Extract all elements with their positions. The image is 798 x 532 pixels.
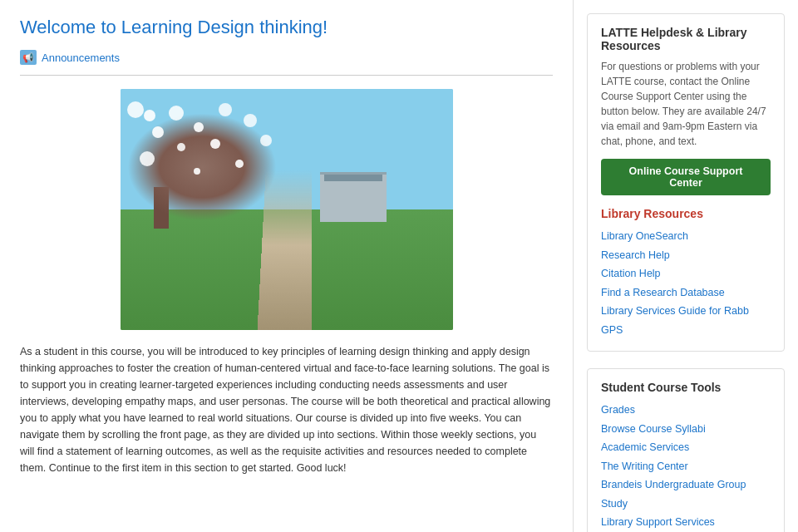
main-content: Welcome to Learning Design thinking! Ann… [0, 0, 574, 532]
page-layout: Welcome to Learning Design thinking! Ann… [0, 0, 798, 532]
find-research-database-link[interactable]: Find a Research Database [601, 283, 771, 303]
building-element [320, 172, 387, 222]
brandeis-group-study-link[interactable]: Brandeis Undergraduate Group Study [601, 475, 771, 513]
library-support-services-link[interactable]: Library Support Services [601, 513, 771, 532]
latte-helpdesk-section: LATTE Helpdesk & Library Resources For q… [587, 13, 785, 352]
writing-center-link[interactable]: The Writing Center [601, 457, 771, 476]
student-tools-title: Student Course Tools [601, 381, 771, 394]
library-onesearch-link[interactable]: Library OneSearch [601, 227, 771, 246]
online-course-support-button[interactable]: Online Course Support Center [601, 159, 771, 195]
library-resources-title: Library Resources [601, 207, 771, 220]
student-course-tools-section: Student Course Tools Grades Browse Cours… [587, 368, 785, 532]
course-description: As a student in this course, you will be… [20, 343, 553, 476]
path-element [257, 170, 312, 330]
academic-services-link[interactable]: Academic Services [601, 438, 771, 457]
latte-section-title: LATTE Helpdesk & Library Resources [601, 26, 771, 52]
library-services-guide-link[interactable]: Library Services Guide for Rabb GPS [601, 302, 771, 339]
divider [20, 75, 553, 76]
grades-link[interactable]: Grades [601, 401, 771, 420]
latte-description: For questions or problems with your LATT… [601, 59, 771, 149]
announcements-icon [20, 50, 37, 65]
citation-help-link[interactable]: Citation Help [601, 264, 771, 283]
browse-course-syllabi-link[interactable]: Browse Course Syllabi [601, 420, 771, 439]
research-help-link[interactable]: Research Help [601, 246, 771, 265]
sidebar: LATTE Helpdesk & Library Resources For q… [574, 0, 798, 532]
announcements-label: Announcements [42, 52, 120, 64]
page-title: Welcome to Learning Design thinking! [20, 17, 553, 38]
flowers-area [127, 101, 285, 226]
course-image [121, 89, 453, 330]
announcements-link[interactable]: Announcements [20, 50, 553, 65]
